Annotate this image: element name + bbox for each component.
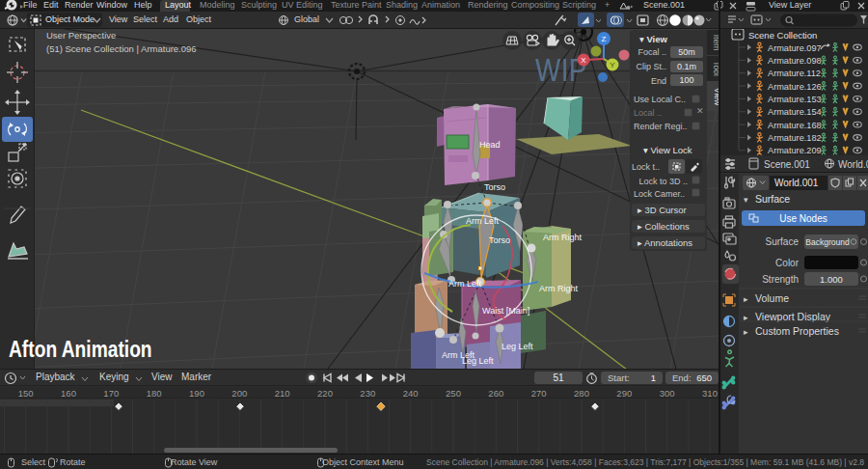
svg-text:Head: Head <box>479 140 501 150</box>
svg-text:Scene Collection: Scene Collection <box>748 30 817 41</box>
svg-text:Background: Background <box>805 237 850 247</box>
svg-text:Color: Color <box>775 258 800 268</box>
svg-text:Torso: Torso <box>489 235 510 245</box>
svg-text:X: X <box>581 56 586 65</box>
svg-text:Viewport Display: Viewport Display <box>755 311 831 322</box>
svg-text:Armature.112: Armature.112 <box>768 69 821 78</box>
svg-text:Armature.153: Armature.153 <box>768 95 822 104</box>
svg-text:Strength: Strength <box>762 274 799 285</box>
svg-text:Armature.097: Armature.097 <box>768 43 822 53</box>
svg-text:Y: Y <box>610 61 615 69</box>
svg-text:Arm Left: Arm Left <box>466 216 500 226</box>
svg-text:World.00: World.00 <box>838 159 868 170</box>
svg-text:Z: Z <box>602 35 607 43</box>
svg-text:Leg Left: Leg Left <box>462 356 494 366</box>
svg-text:Armature.126: Armature.126 <box>768 82 822 92</box>
svg-text:Armature.182: Armature.182 <box>768 133 822 143</box>
svg-text:Torso: Torso <box>484 182 505 192</box>
svg-text:World.001: World.001 <box>774 178 819 188</box>
svg-text:Armature.098: Armature.098 <box>768 56 822 66</box>
svg-text:Arm Left: Arm Left <box>448 279 482 289</box>
svg-text:1.000: 1.000 <box>820 274 843 285</box>
svg-text:Arm Right: Arm Right <box>543 233 583 242</box>
svg-text:Surface: Surface <box>755 193 790 205</box>
svg-text:Leg Left: Leg Left <box>502 342 533 351</box>
svg-text:Arm Right: Arm Right <box>539 284 579 293</box>
svg-text:Volume: Volume <box>755 292 789 304</box>
svg-text:Armature.168: Armature.168 <box>768 121 822 130</box>
svg-text:Armature.154: Armature.154 <box>768 107 822 117</box>
svg-text:Waist [Main]: Waist [Main] <box>482 306 529 316</box>
svg-text:User Perspective: User Perspective <box>46 30 116 41</box>
svg-text:▸: ▸ <box>744 327 748 337</box>
svg-text:▸: ▸ <box>744 294 748 304</box>
svg-text:(51) Scene Collection | Armatu: (51) Scene Collection | Armature.096 <box>46 43 197 54</box>
svg-text:Surface: Surface <box>766 236 800 247</box>
svg-text:Use Nodes: Use Nodes <box>779 213 827 224</box>
svg-text:Scene.001: Scene.001 <box>764 159 810 170</box>
svg-text:Custom Properties: Custom Properties <box>755 325 839 337</box>
svg-text:Armature.209: Armature.209 <box>768 146 822 155</box>
svg-text:▾: ▾ <box>744 195 748 205</box>
